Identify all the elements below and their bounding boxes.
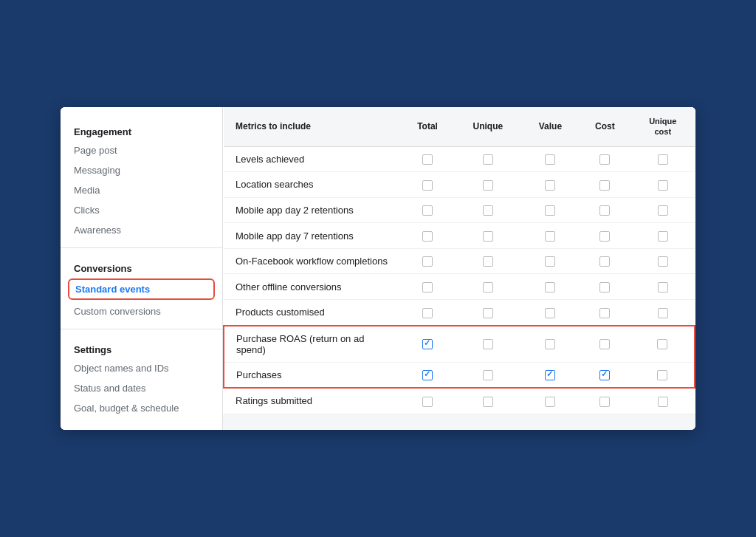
checkbox-unique_cost-icon[interactable] [658, 205, 668, 216]
checkbox-total-icon[interactable] [422, 180, 433, 191]
checkbox-value-icon[interactable] [545, 308, 555, 318]
checkbox-total-icon[interactable] [422, 205, 433, 216]
checkbox-value-icon[interactable] [545, 256, 555, 267]
checkbox-value[interactable] [522, 388, 579, 414]
checkbox-unique-icon[interactable] [483, 154, 493, 165]
sidebar-item-object-names-and-ids[interactable]: Object names and IDs [61, 358, 222, 378]
checkbox-value-icon[interactable] [545, 397, 555, 407]
checkbox-value-icon[interactable] [545, 154, 555, 165]
checkbox-value-icon[interactable] [545, 370, 555, 380]
checkbox-value-icon[interactable] [545, 205, 555, 216]
checkbox-unique[interactable] [454, 223, 522, 249]
checkbox-unique_cost-icon[interactable] [658, 397, 668, 407]
checkbox-total-icon[interactable] [422, 154, 433, 165]
checkbox-unique_cost[interactable] [631, 248, 695, 274]
sidebar-item-media[interactable]: Media [61, 180, 222, 200]
checkbox-unique_cost[interactable] [631, 326, 695, 363]
checkbox-unique_cost[interactable] [631, 197, 695, 223]
checkbox-total-icon[interactable] [422, 370, 433, 380]
checkbox-unique_cost-icon[interactable] [658, 154, 668, 165]
checkbox-value[interactable] [522, 362, 579, 388]
checkbox-cost-icon[interactable] [599, 231, 610, 242]
checkbox-value[interactable] [522, 172, 579, 198]
checkbox-value[interactable] [522, 299, 579, 325]
checkbox-unique_cost-icon[interactable] [658, 180, 668, 191]
checkbox-cost-icon[interactable] [599, 282, 610, 293]
checkbox-value-icon[interactable] [545, 339, 555, 349]
checkbox-cost-icon[interactable] [599, 154, 610, 165]
checkbox-unique_cost-icon[interactable] [658, 256, 668, 267]
checkbox-cost[interactable] [579, 274, 630, 300]
checkbox-unique_cost[interactable] [631, 146, 695, 172]
checkbox-cost-icon[interactable] [599, 308, 610, 318]
checkbox-value[interactable] [522, 197, 579, 223]
checkbox-unique_cost[interactable] [631, 274, 695, 300]
checkbox-unique[interactable] [454, 172, 522, 198]
checkbox-total[interactable] [401, 326, 454, 363]
checkbox-total[interactable] [401, 146, 454, 172]
checkbox-total[interactable] [401, 248, 454, 274]
checkbox-unique-icon[interactable] [483, 397, 493, 407]
checkbox-value[interactable] [522, 274, 579, 300]
checkbox-cost-icon[interactable] [599, 339, 610, 349]
checkbox-total[interactable] [401, 388, 454, 414]
sidebar-item-status-and-dates[interactable]: Status and dates [61, 378, 222, 398]
checkbox-cost[interactable] [579, 248, 630, 274]
checkbox-cost-icon[interactable] [599, 256, 610, 267]
checkbox-unique-icon[interactable] [483, 282, 493, 293]
sidebar-item-goal,-budget-&-schedule[interactable]: Goal, budget & schedule [61, 398, 222, 418]
checkbox-unique-icon[interactable] [483, 308, 493, 318]
sidebar-item-awareness[interactable]: Awareness [61, 220, 222, 240]
checkbox-unique[interactable] [454, 146, 522, 172]
checkbox-total[interactable] [401, 362, 454, 388]
checkbox-unique-icon[interactable] [483, 256, 493, 267]
checkbox-total-icon[interactable] [422, 339, 433, 349]
checkbox-unique-icon[interactable] [483, 180, 493, 191]
checkbox-total[interactable] [401, 274, 454, 300]
sidebar-item-page-post[interactable]: Page post [61, 140, 222, 160]
checkbox-cost-icon[interactable] [599, 180, 610, 191]
checkbox-total[interactable] [401, 172, 454, 198]
checkbox-cost-icon[interactable] [599, 397, 610, 407]
checkbox-cost[interactable] [579, 146, 630, 172]
checkbox-cost[interactable] [579, 326, 630, 363]
checkbox-cost-icon[interactable] [599, 370, 610, 380]
checkbox-unique[interactable] [454, 388, 522, 414]
checkbox-total-icon[interactable] [422, 231, 433, 242]
checkbox-unique-icon[interactable] [483, 205, 493, 216]
checkbox-value-icon[interactable] [545, 231, 555, 242]
checkbox-total-icon[interactable] [422, 282, 433, 293]
checkbox-value[interactable] [522, 223, 579, 249]
checkbox-value[interactable] [522, 248, 579, 274]
checkbox-unique_cost-icon[interactable] [657, 370, 667, 380]
checkbox-cost[interactable] [579, 172, 630, 198]
checkbox-total[interactable] [401, 223, 454, 249]
checkbox-cost[interactable] [579, 388, 630, 414]
checkbox-value-icon[interactable] [545, 180, 555, 191]
checkbox-unique_cost[interactable] [631, 362, 695, 388]
sidebar-item-clicks[interactable]: Clicks [61, 200, 222, 220]
checkbox-total[interactable] [401, 299, 454, 325]
checkbox-unique[interactable] [454, 326, 522, 363]
checkbox-unique-icon[interactable] [483, 370, 493, 380]
checkbox-unique_cost[interactable] [631, 388, 695, 414]
checkbox-unique[interactable] [454, 274, 522, 300]
checkbox-cost-icon[interactable] [599, 205, 610, 216]
sidebar-item-messaging[interactable]: Messaging [61, 160, 222, 180]
checkbox-total-icon[interactable] [422, 256, 433, 267]
checkbox-unique_cost-icon[interactable] [657, 339, 667, 349]
checkbox-value[interactable] [522, 326, 579, 363]
checkbox-unique[interactable] [454, 248, 522, 274]
checkbox-value-icon[interactable] [545, 282, 555, 293]
checkbox-unique[interactable] [454, 197, 522, 223]
checkbox-total-icon[interactable] [422, 308, 433, 318]
checkbox-unique[interactable] [454, 299, 522, 325]
checkbox-unique[interactable] [454, 362, 522, 388]
checkbox-cost[interactable] [579, 299, 630, 325]
checkbox-unique_cost-icon[interactable] [658, 308, 668, 318]
checkbox-cost[interactable] [579, 197, 630, 223]
checkbox-total[interactable] [401, 197, 454, 223]
checkbox-unique-icon[interactable] [483, 339, 493, 349]
checkbox-cost[interactable] [579, 362, 630, 388]
checkbox-unique_cost-icon[interactable] [658, 231, 668, 242]
